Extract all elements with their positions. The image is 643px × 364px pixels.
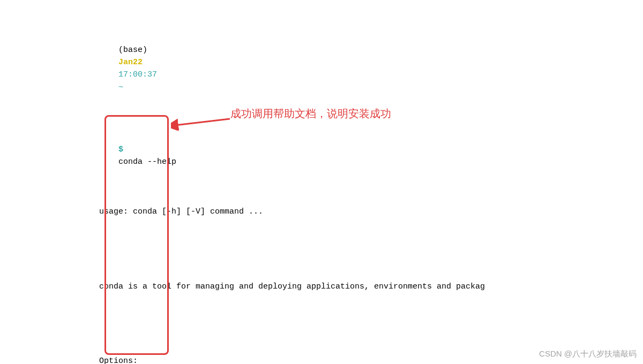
- path-label: ~: [118, 83, 123, 92]
- prompt-symbol: $: [118, 145, 123, 154]
- blank-line: [99, 243, 643, 255]
- blank-line: [99, 317, 643, 330]
- usage-line: usage: conda [-h] [-V] command ...: [99, 206, 643, 218]
- terminal-output[interactable]: (base) Jan22 17:00:37 ~ $ conda --help u…: [99, 6, 643, 364]
- env-label: (base): [118, 46, 147, 55]
- entered-command: conda --help: [118, 157, 176, 166]
- user-label: Jan22: [118, 58, 143, 67]
- prompt-line: (base) Jan22 17:00:37 ~: [99, 32, 643, 107]
- description-line: conda is a tool for managing and deployi…: [99, 280, 643, 293]
- command-line: $ conda --help: [99, 131, 643, 181]
- time-label: 17:00:37: [118, 70, 157, 79]
- watermark-text: CSDN @八十八岁扶墙敲码: [539, 347, 637, 360]
